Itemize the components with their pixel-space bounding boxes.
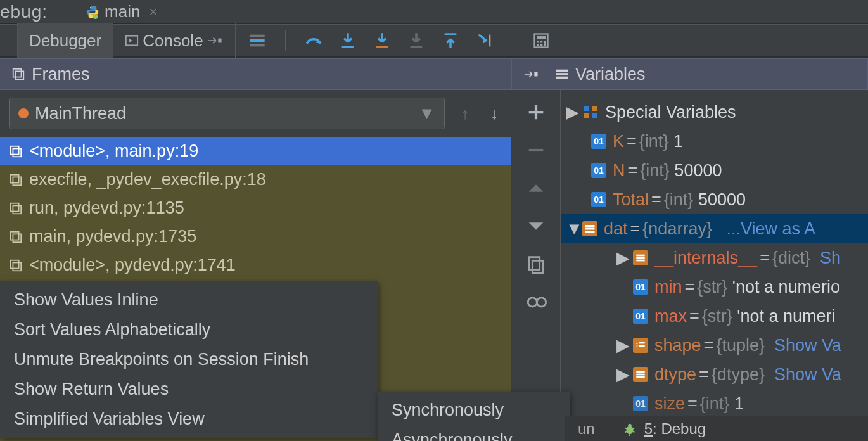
svg-rect-17 [544, 41, 545, 46]
svg-rect-8 [341, 46, 354, 48]
status-debug-label[interactable]: 5: Debug [644, 420, 706, 438]
step-out-icon[interactable] [442, 32, 459, 49]
remove-watch-icon[interactable] [525, 139, 547, 161]
svg-rect-18 [537, 44, 539, 46]
struct-badge-icon [633, 250, 648, 265]
svg-rect-5 [250, 39, 264, 42]
menu-item[interactable]: Asynchronously [378, 425, 570, 441]
thread-select[interactable]: MainThread ▼ [9, 98, 445, 129]
svg-rect-53 [639, 345, 644, 347]
int-badge-icon: 01 [591, 163, 606, 178]
menu-item[interactable]: Synchronously [378, 395, 570, 425]
variable-row[interactable]: 01 K={int} 1 [561, 127, 868, 156]
run-to-cursor-icon[interactable] [476, 32, 494, 49]
separator [285, 30, 286, 51]
variables-header-label: Variables [575, 65, 646, 84]
menu-item[interactable]: Show Values Inline [0, 285, 378, 315]
variable-row[interactable]: ▶ 01 size={int} 1 [561, 389, 868, 418]
frame-icon [9, 259, 23, 272]
svg-rect-33 [13, 234, 21, 242]
step-into-my-code-icon[interactable] [373, 32, 391, 49]
svg-rect-25 [556, 77, 568, 79]
close-icon[interactable]: × [149, 4, 157, 20]
thread-status-icon [18, 108, 29, 118]
variables-header[interactable]: Variables [511, 58, 868, 90]
svg-rect-36 [528, 257, 539, 270]
frame-row[interactable]: run, pydevd.py:1135 [0, 194, 511, 222]
expand-icon[interactable]: ▶ [616, 364, 629, 385]
int-badge-icon: 01 [633, 279, 648, 295]
frame-up-icon[interactable]: ↑ [456, 105, 474, 123]
frames-header[interactable]: Frames [0, 58, 511, 90]
variable-row[interactable]: 01 Total={int} 50000 [561, 185, 868, 214]
move-down-icon[interactable] [525, 215, 547, 237]
move-up-icon[interactable] [525, 177, 547, 199]
frame-icon [9, 201, 23, 215]
svg-rect-14 [537, 36, 546, 39]
variable-row[interactable]: ▶ dtype={dtype} Show Va [561, 360, 868, 389]
svg-rect-28 [11, 174, 19, 182]
svg-rect-37 [532, 260, 543, 273]
frame-row[interactable]: execfile, _pydev_execfile.py:18 [0, 165, 511, 194]
svg-text:2: 2 [636, 344, 638, 348]
menu-item[interactable]: Simplified Variables View [0, 404, 378, 434]
show-execution-point-icon[interactable] [248, 32, 266, 49]
bug-icon[interactable] [623, 422, 637, 436]
step-into-icon[interactable] [339, 32, 357, 49]
variable-row[interactable]: ▶ 01 max={str} 'not a numeri [561, 302, 868, 331]
int-badge-icon: 01 [633, 309, 648, 324]
expand-icon[interactable]: ▶ [616, 335, 629, 355]
variable-row[interactable]: 01 N={int} 50000 [561, 156, 868, 185]
svg-rect-19 [540, 44, 542, 46]
menu-item[interactable]: Sort Values Alphabetically [0, 315, 378, 345]
status-run-fragment: un [578, 420, 595, 438]
menu-item[interactable]: Show Return Values [0, 374, 378, 404]
svg-rect-29 [13, 177, 21, 185]
frame-row[interactable]: main, pydevd.py:1735 [0, 222, 511, 251]
force-step-into-icon[interactable] [407, 32, 425, 49]
evaluate-expression-icon[interactable] [532, 32, 550, 49]
svg-rect-21 [15, 71, 23, 79]
variable-row[interactable]: ▶ 12 shape={tuple} Show Va [561, 331, 868, 360]
frame-down-icon[interactable]: ↓ [485, 105, 503, 123]
variable-row[interactable]: ▶ __internals__={dict} Sh [561, 243, 868, 272]
svg-rect-44 [585, 225, 595, 227]
frame-row[interactable]: <module>, pydevd.py:1741 [0, 251, 511, 279]
svg-rect-16 [540, 41, 542, 43]
context-submenu[interactable]: Synchronously Asynchronously [378, 392, 570, 441]
status-bar: un 5: Debug [565, 416, 868, 441]
svg-rect-41 [592, 106, 597, 111]
watches-icon[interactable] [525, 291, 547, 313]
svg-rect-15 [537, 41, 539, 43]
variable-row[interactable]: ▶ 01 min={str} 'not a numerio [561, 272, 868, 302]
expand-icon[interactable]: ▶ [616, 248, 629, 268]
file-tab-main[interactable]: main × [86, 2, 157, 22]
step-over-icon[interactable] [305, 32, 322, 49]
variable-special[interactable]: ▶ Special Variables [561, 98, 868, 127]
svg-rect-20 [13, 69, 22, 77]
svg-point-57 [626, 426, 633, 434]
expand-icon[interactable]: ▶ [566, 102, 578, 122]
variable-row-dat[interactable]: ▼ dat={ndarray} ...View as A [561, 214, 868, 243]
frame-row[interactable]: <module>, main.py:19 [0, 137, 511, 165]
svg-rect-6 [250, 35, 264, 37]
separator [513, 30, 513, 51]
context-menu-settings[interactable]: Show Values Inline Sort Values Alphabeti… [0, 281, 378, 438]
tab-console[interactable]: Console [113, 23, 235, 58]
collapse-icon[interactable]: ▼ [566, 219, 578, 239]
add-watch-icon[interactable] [525, 101, 547, 123]
menu-item[interactable]: Unmute Breakpoints on Session Finish [0, 345, 378, 374]
redirect-icon [207, 34, 224, 48]
svg-rect-54 [636, 371, 644, 373]
toolbar-gutter [0, 23, 18, 58]
svg-point-39 [537, 298, 546, 307]
svg-rect-26 [11, 146, 19, 154]
svg-rect-48 [636, 257, 644, 259]
restore-layout-icon[interactable] [523, 67, 540, 81]
frames-icon [11, 67, 25, 81]
copy-icon[interactable] [525, 253, 547, 275]
svg-rect-55 [636, 374, 644, 376]
frame-label: main, pydevd.py:1735 [29, 227, 196, 246]
tab-debugger[interactable]: Debugger [18, 23, 113, 58]
svg-rect-7 [250, 44, 264, 47]
